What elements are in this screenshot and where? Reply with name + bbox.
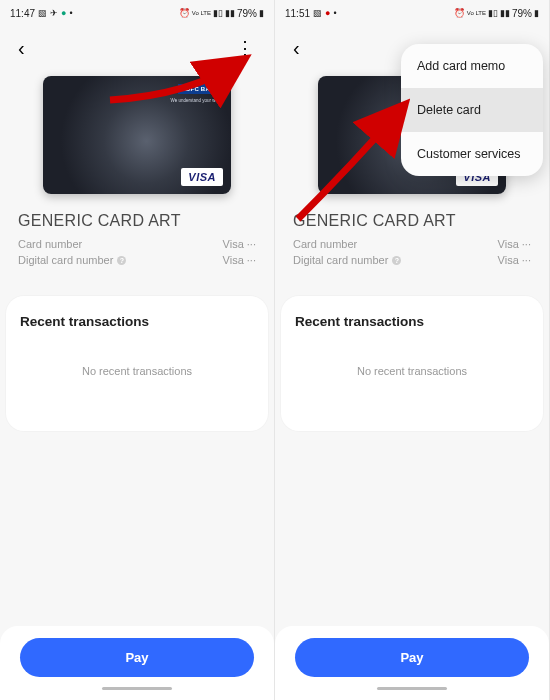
card-number-value[interactable]: Visa ··· <box>223 238 256 250</box>
card-art-container: HDFC BANK We understand your world VISA <box>0 70 274 212</box>
screen-right: 11:51 ▧ ● • ⏰ Vo LTE ▮▯ ▮▮ 79% ▮ ‹ Add c… <box>275 0 550 700</box>
card-options-menu: Add card memo Delete card Customer servi… <box>401 44 543 176</box>
battery-text: 79% <box>512 8 532 19</box>
home-indicator[interactable] <box>377 687 447 690</box>
battery-icon: ▮ <box>259 8 264 18</box>
back-button[interactable]: ‹ <box>293 37 300 60</box>
status-time: 11:47 <box>10 8 35 19</box>
card-brand-badge: VISA <box>181 168 223 186</box>
no-transactions-text: No recent transactions <box>295 365 529 413</box>
screen-left: 11:47 ▧ ✈ ● • ⏰ Vo LTE ▮▯ ▮▮ 79% ▮ ‹ ⋮ H… <box>0 0 275 700</box>
back-button[interactable]: ‹ <box>18 37 25 60</box>
digital-number-value[interactable]: Visa ··· <box>498 254 531 266</box>
info-icon[interactable]: ? <box>392 256 401 265</box>
pay-button[interactable]: Pay <box>20 638 254 677</box>
signal-icon: ▮▯ <box>488 8 498 18</box>
card-number-label: Card number <box>293 238 357 250</box>
recent-transactions-card: Recent transactions No recent transactio… <box>281 296 543 431</box>
no-transactions-text: No recent transactions <box>20 365 254 413</box>
recent-transactions-card: Recent transactions No recent transactio… <box>6 296 268 431</box>
more-options-button[interactable]: ⋮ <box>234 33 256 63</box>
card-title: GENERIC CARD ART <box>293 212 531 230</box>
signal-icon: ▮▯ <box>213 8 223 18</box>
bank-tagline: We understand your world <box>171 98 223 103</box>
youtube-icon: ● <box>325 8 330 18</box>
menu-add-memo[interactable]: Add card memo <box>401 44 543 88</box>
status-bar: 11:47 ▧ ✈ ● • ⏰ Vo LTE ▮▯ ▮▮ 79% ▮ <box>0 0 274 26</box>
menu-customer-services[interactable]: Customer services <box>401 132 543 176</box>
volte-icon: Vo LTE <box>192 10 211 16</box>
image-icon: ▧ <box>313 8 322 18</box>
bottom-action-area: Pay <box>275 626 549 700</box>
card-info-section: GENERIC CARD ART Card number Visa ··· Di… <box>275 212 549 284</box>
alarm-icon: ⏰ <box>179 8 190 18</box>
menu-delete-card[interactable]: Delete card <box>401 88 543 132</box>
signal2-icon: ▮▮ <box>500 8 510 18</box>
nav-bar: ‹ ⋮ <box>0 26 274 70</box>
card-number-value[interactable]: Visa ··· <box>498 238 531 250</box>
info-icon[interactable]: ? <box>117 256 126 265</box>
recent-transactions-title: Recent transactions <box>20 314 254 329</box>
digital-number-label: Digital card number ? <box>18 254 126 266</box>
battery-icon: ▮ <box>534 8 539 18</box>
status-bar: 11:51 ▧ ● • ⏰ Vo LTE ▮▯ ▮▮ 79% ▮ <box>275 0 549 26</box>
digital-number-label: Digital card number ? <box>293 254 401 266</box>
recent-transactions-title: Recent transactions <box>295 314 529 329</box>
home-indicator[interactable] <box>102 687 172 690</box>
telegram-icon: ✈ <box>50 8 58 18</box>
card-number-label: Card number <box>18 238 82 250</box>
volte-icon: Vo LTE <box>467 10 486 16</box>
pay-button[interactable]: Pay <box>295 638 529 677</box>
more-notifications-icon: • <box>333 8 336 18</box>
card-title: GENERIC CARD ART <box>18 212 256 230</box>
notification-dot-icon: ● <box>61 8 66 18</box>
card-artwork[interactable]: HDFC BANK We understand your world VISA <box>43 76 231 194</box>
bottom-action-area: Pay <box>0 626 274 700</box>
bank-badge: HDFC BANK <box>178 84 223 94</box>
more-notifications-icon: • <box>69 8 72 18</box>
image-icon: ▧ <box>38 8 47 18</box>
digital-number-value[interactable]: Visa ··· <box>223 254 256 266</box>
battery-text: 79% <box>237 8 257 19</box>
alarm-icon: ⏰ <box>454 8 465 18</box>
signal2-icon: ▮▮ <box>225 8 235 18</box>
status-time: 11:51 <box>285 8 310 19</box>
card-info-section: GENERIC CARD ART Card number Visa ··· Di… <box>0 212 274 284</box>
